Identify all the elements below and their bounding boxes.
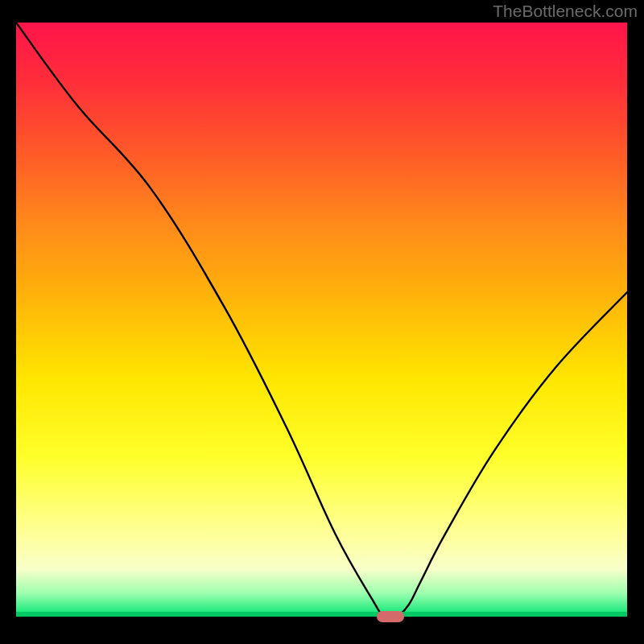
- bottleneck-curve: [16, 23, 630, 618]
- chart-right-edge: [627, 23, 630, 617]
- chart-bottom-edge: [16, 612, 630, 617]
- watermark-text: TheBottleneck.com: [493, 2, 638, 21]
- optimal-marker: [377, 611, 404, 622]
